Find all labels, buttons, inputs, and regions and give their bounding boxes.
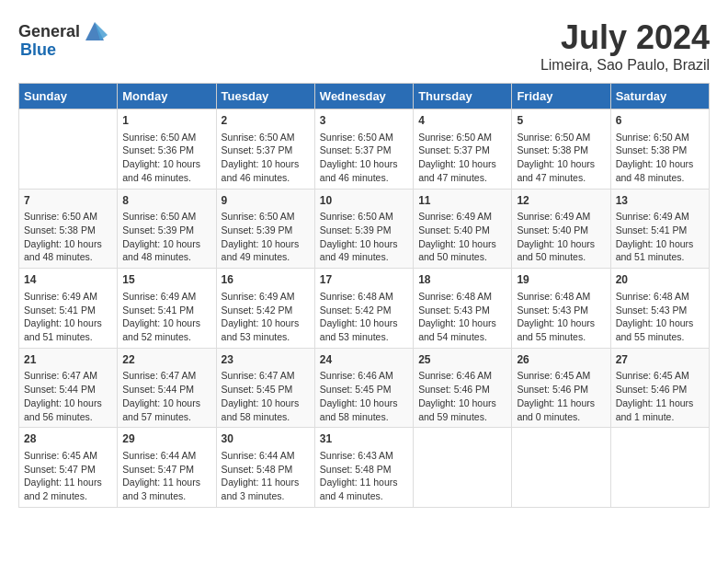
calendar-week-row: 21Sunrise: 6:47 AMSunset: 5:44 PMDayligh… [19, 348, 710, 428]
day-number: 23 [222, 352, 310, 368]
cell-text-line: Daylight: 11 hours [320, 477, 398, 488]
cell-text-line: Sunrise: 6:47 AM [122, 370, 196, 381]
cell-text-line: and 3 minutes. [222, 490, 285, 501]
cell-text-line: Daylight: 10 hours [616, 238, 694, 249]
day-of-week-header: Wednesday [314, 84, 413, 109]
day-number: 17 [320, 272, 408, 288]
cell-text-line: Daylight: 10 hours [616, 158, 694, 169]
cell-text-line: and 49 minutes. [320, 251, 389, 262]
cell-text-line: and 54 minutes. [418, 331, 487, 342]
cell-text-line: and 55 minutes. [517, 331, 586, 342]
cell-text-line: Sunset: 5:46 PM [418, 384, 490, 395]
cell-text-line: Sunset: 5:41 PM [24, 304, 96, 316]
cell-text-line: Daylight: 10 hours [418, 397, 496, 408]
day-number: 6 [616, 113, 704, 129]
cell-text-line: Daylight: 10 hours [320, 238, 398, 249]
cell-text-line: Sunrise: 6:49 AM [122, 291, 196, 302]
day-number: 28 [24, 431, 112, 447]
calendar-cell: 21Sunrise: 6:47 AMSunset: 5:44 PMDayligh… [19, 348, 118, 428]
cell-text-line: Sunset: 5:45 PM [320, 384, 392, 395]
calendar-cell: 20Sunrise: 6:48 AMSunset: 5:43 PMDayligh… [610, 269, 709, 349]
cell-text-line: and 46 minutes. [122, 172, 191, 183]
cell-text-line: Sunset: 5:42 PM [320, 304, 392, 316]
calendar-table: SundayMondayTuesdayWednesdayThursdayFrid… [18, 83, 710, 508]
cell-text-line: Daylight: 10 hours [122, 397, 200, 408]
cell-text-line: and 55 minutes. [616, 331, 685, 342]
day-of-week-header: Thursday [414, 84, 512, 109]
cell-text-line: Sunset: 5:43 PM [517, 304, 588, 316]
cell-text-line: Sunrise: 6:47 AM [24, 370, 97, 381]
cell-text-line: Sunrise: 6:50 AM [122, 211, 196, 222]
cell-text-line: Sunset: 5:38 PM [517, 144, 588, 155]
cell-text-line: Sunrise: 6:50 AM [616, 132, 689, 143]
cell-text-line: Sunrise: 6:50 AM [122, 132, 196, 143]
cell-text-line: Daylight: 10 hours [517, 238, 595, 249]
calendar-cell: 5Sunrise: 6:50 AMSunset: 5:38 PMDaylight… [512, 109, 610, 190]
cell-text-line: and 53 minutes. [222, 331, 290, 342]
cell-text-line: and 1 minute. [616, 411, 675, 422]
calendar-cell: 12Sunrise: 6:49 AMSunset: 5:40 PMDayligh… [512, 189, 610, 269]
cell-text-line: Sunrise: 6:44 AM [122, 450, 196, 461]
day-of-week-header: Saturday [610, 84, 709, 109]
cell-text-line: Sunset: 5:37 PM [222, 144, 293, 155]
cell-text-line: and 59 minutes. [418, 411, 487, 422]
cell-text-line: Sunset: 5:41 PM [122, 304, 194, 316]
cell-text-line: Daylight: 11 hours [122, 477, 200, 488]
cell-text-line: Sunrise: 6:49 AM [222, 291, 295, 302]
cell-text-line: Daylight: 11 hours [24, 477, 102, 488]
day-number: 20 [616, 272, 704, 288]
cell-text-line: Daylight: 10 hours [320, 158, 398, 169]
cell-text-line: Sunrise: 6:47 AM [222, 370, 295, 381]
calendar-cell: 8Sunrise: 6:50 AMSunset: 5:39 PMDaylight… [118, 189, 216, 269]
cell-text-line: Sunrise: 6:50 AM [320, 211, 393, 222]
cell-text-line: Sunrise: 6:43 AM [320, 450, 393, 461]
cell-text-line: Sunset: 5:46 PM [616, 384, 688, 395]
cell-text-line: and 46 minutes. [320, 172, 389, 183]
day-number: 26 [517, 352, 605, 368]
calendar-cell: 7Sunrise: 6:50 AMSunset: 5:38 PMDaylight… [19, 189, 118, 269]
calendar-cell: 26Sunrise: 6:45 AMSunset: 5:46 PMDayligh… [512, 348, 610, 428]
cell-text-line: Sunset: 5:38 PM [24, 224, 96, 236]
cell-text-line: Daylight: 10 hours [418, 238, 496, 249]
cell-text-line: Sunset: 5:43 PM [418, 304, 490, 316]
cell-text-line: Daylight: 10 hours [418, 317, 496, 328]
day-of-week-header: Tuesday [216, 84, 314, 109]
cell-text-line: and 58 minutes. [320, 411, 389, 422]
cell-text-line: Sunset: 5:45 PM [222, 384, 293, 395]
cell-text-line: Daylight: 10 hours [24, 238, 102, 249]
calendar-week-row: 14Sunrise: 6:49 AMSunset: 5:41 PMDayligh… [19, 269, 710, 349]
cell-text-line: and 47 minutes. [418, 172, 487, 183]
cell-text-line: Daylight: 10 hours [222, 158, 300, 169]
day-of-week-header: Monday [118, 84, 216, 109]
cell-text-line: and 4 minutes. [320, 490, 383, 501]
day-number: 31 [320, 431, 408, 447]
calendar-cell: 29Sunrise: 6:44 AMSunset: 5:47 PMDayligh… [118, 428, 216, 508]
cell-text-line: and 48 minutes. [24, 251, 93, 262]
day-number: 13 [616, 193, 704, 209]
cell-text-line: and 46 minutes. [222, 172, 290, 183]
cell-text-line: Daylight: 10 hours [222, 317, 300, 328]
day-of-week-header: Friday [512, 84, 610, 109]
cell-text-line: Sunrise: 6:45 AM [616, 370, 689, 381]
cell-text-line: Sunrise: 6:49 AM [616, 211, 689, 222]
cell-text-line: Sunrise: 6:44 AM [222, 450, 295, 461]
cell-text-line: Daylight: 10 hours [122, 158, 200, 169]
cell-text-line: Sunrise: 6:48 AM [517, 291, 590, 302]
calendar-cell: 11Sunrise: 6:49 AMSunset: 5:40 PMDayligh… [414, 189, 512, 269]
calendar-cell: 3Sunrise: 6:50 AMSunset: 5:37 PMDaylight… [314, 109, 413, 190]
calendar-cell: 10Sunrise: 6:50 AMSunset: 5:39 PMDayligh… [314, 189, 413, 269]
calendar-week-row: 1Sunrise: 6:50 AMSunset: 5:36 PMDaylight… [19, 109, 710, 190]
day-number: 27 [616, 352, 704, 368]
calendar-cell: 28Sunrise: 6:45 AMSunset: 5:47 PMDayligh… [19, 428, 118, 508]
day-number: 16 [222, 272, 310, 288]
cell-text-line: Daylight: 10 hours [24, 397, 102, 408]
cell-text-line: Sunrise: 6:46 AM [320, 370, 393, 381]
cell-text-line: Sunset: 5:44 PM [122, 384, 194, 395]
cell-text-line: Sunset: 5:41 PM [616, 224, 688, 236]
cell-text-line: and 51 minutes. [24, 331, 93, 342]
day-number: 11 [418, 193, 506, 209]
cell-text-line: and 57 minutes. [122, 411, 191, 422]
month-year-title: July 2024 [540, 18, 710, 57]
cell-text-line: Sunset: 5:40 PM [418, 224, 490, 236]
cell-text-line: Sunset: 5:38 PM [616, 144, 688, 155]
